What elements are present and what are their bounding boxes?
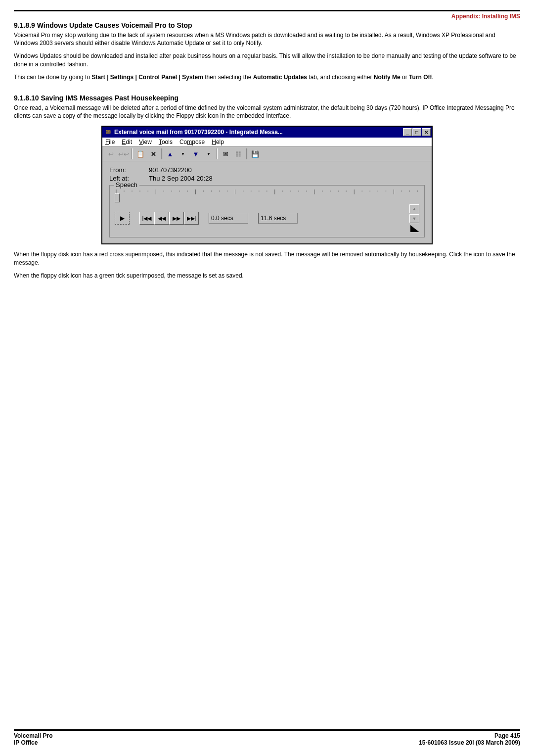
- timeline-ticks: | · · · · | · · · · | · · · · | · · · · …: [115, 189, 419, 196]
- p3-g: or: [400, 74, 409, 81]
- copy-icon[interactable]: 📋: [134, 148, 147, 160]
- p3-b: Start | Settings | Control Panel | Syste…: [91, 74, 203, 81]
- section1-p2: Windows Updates should be downloaded and…: [14, 52, 520, 68]
- toolbar: ↩ ↩↩ 📋 ✕ ▲ ▼ ▼ ▼ ✉ ☷ 💾: [102, 147, 432, 161]
- menu-view[interactable]: View: [139, 139, 152, 145]
- toolbar-sep1: [132, 148, 133, 159]
- menu-compose[interactable]: Compose: [179, 139, 205, 145]
- toolbar-sep2: [161, 148, 162, 159]
- section1-p1: Voicemail Pro may stop working due to th…: [14, 31, 520, 47]
- section2-p3: When the floppy disk icon has a green ti…: [14, 272, 520, 280]
- section1-p3: This can be done by going to Start | Set…: [14, 73, 520, 81]
- reply-icon[interactable]: ↩: [104, 148, 117, 160]
- dialog-body: From: 901707392200 Left at: Thu 2 Sep 20…: [102, 161, 432, 243]
- section2-p1: Once read, a Voicemail message will be d…: [14, 104, 520, 120]
- forward-button[interactable]: ▶▶: [169, 212, 184, 225]
- menubar: File Edit View Tools Compose Help: [102, 138, 432, 147]
- play-button[interactable]: ▶: [115, 212, 130, 225]
- down-arrow-icon[interactable]: ▼: [189, 148, 202, 160]
- left-at-row: Left at: Thu 2 Sep 2004 20:28: [109, 175, 425, 182]
- delete-icon[interactable]: ✕: [147, 148, 160, 160]
- section-919-title: 9.1.8.9 Windows Update Causes Voicemail …: [14, 21, 520, 29]
- envelope-icon[interactable]: ✉: [219, 148, 232, 160]
- from-value: 901707392200: [149, 166, 192, 174]
- appendix-title: Appendix: Installing IMS: [14, 13, 520, 20]
- nav-buttons: |◀◀ ◀◀ ▶▶ ▶▶|: [139, 212, 199, 225]
- p3-c: then selecting the: [203, 74, 253, 81]
- dropdown1-icon[interactable]: ▼: [177, 148, 189, 160]
- speech-legend: Speech: [114, 181, 139, 189]
- volume-icon: [410, 225, 419, 232]
- reply-all-icon[interactable]: ↩↩: [117, 148, 130, 160]
- p3-h: Turn Off: [409, 74, 432, 81]
- p3-i: .: [432, 74, 434, 81]
- maximize-button[interactable]: □: [412, 128, 421, 136]
- total-time: 11.6 secs: [258, 213, 298, 224]
- close-button[interactable]: ✕: [422, 128, 431, 136]
- p3-d: Automatic Updates: [253, 74, 307, 81]
- p3-a: This can be done by going to: [14, 74, 91, 81]
- floppy-save-icon[interactable]: 💾: [249, 148, 262, 160]
- slider-thumb[interactable]: [115, 193, 120, 202]
- rewind-button[interactable]: ◀◀: [154, 212, 169, 225]
- voicemail-dialog: ✉ External voice mail from 901707392200 …: [101, 126, 433, 244]
- current-time: 0.0 secs: [209, 213, 248, 224]
- mail-icon: ✉: [104, 128, 112, 136]
- menu-file[interactable]: File: [105, 139, 115, 145]
- dropdown2-icon[interactable]: ▼: [202, 148, 215, 160]
- from-label: From:: [109, 166, 149, 174]
- dialog-screenshot: ✉ External voice mail from 901707392200 …: [14, 126, 520, 244]
- titlebar-text: External voice mail from 901707392200 - …: [114, 129, 403, 136]
- toolbar-sep4: [246, 148, 247, 159]
- minimize-button[interactable]: _: [403, 128, 412, 136]
- skip-end-button[interactable]: ▶▶|: [184, 212, 199, 225]
- header-rule: [14, 10, 520, 11]
- p3-e: tab, and choosing either: [307, 74, 374, 81]
- toolbar-sep3: [217, 148, 218, 159]
- titlebar[interactable]: ✉ External voice mail from 901707392200 …: [102, 127, 432, 138]
- left-at-value: Thu 2 Sep 2004 20:28: [149, 175, 213, 182]
- speech-fieldset: Speech | · · · · | · · · · | · · · · | ·…: [109, 185, 425, 237]
- menu-tools[interactable]: Tools: [159, 139, 173, 145]
- skip-start-button[interactable]: |◀◀: [139, 212, 154, 225]
- section-9110-title: 9.1.8.10 Saving IMS Messages Past Housek…: [14, 94, 520, 102]
- menu-edit[interactable]: Edit: [122, 139, 132, 145]
- volume-down-button[interactable]: ▼: [409, 214, 419, 223]
- volume-up-button[interactable]: ▲: [409, 204, 419, 213]
- position-slider[interactable]: [115, 196, 419, 200]
- from-row: From: 901707392200: [109, 166, 425, 174]
- menu-help[interactable]: Help: [212, 139, 224, 145]
- up-arrow-icon[interactable]: ▲: [164, 148, 177, 160]
- p3-f: Notify Me: [374, 74, 400, 81]
- controls-row: ▶ |◀◀ ◀◀ ▶▶ ▶▶| 0.0 secs 11.6 secs ▲ ▼: [115, 204, 419, 232]
- section2-p2: When the floppy disk icon has a red cros…: [14, 250, 520, 266]
- volume-control: ▲ ▼: [409, 204, 419, 232]
- properties-icon[interactable]: ☷: [232, 148, 245, 160]
